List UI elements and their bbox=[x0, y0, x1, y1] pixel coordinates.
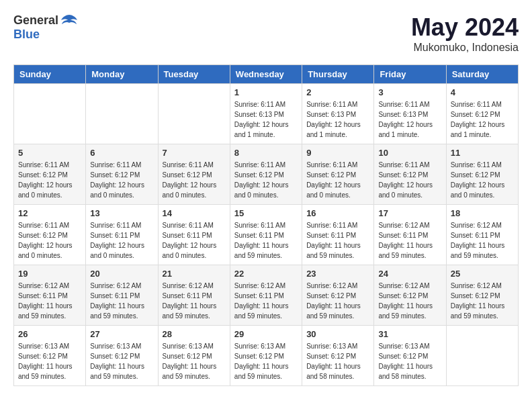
header-saturday: Saturday bbox=[446, 65, 518, 84]
week-row-2: 5Sunrise: 6:11 AM Sunset: 6:12 PM Daylig… bbox=[14, 144, 519, 205]
calendar-cell bbox=[86, 84, 158, 144]
week-row-3: 12Sunrise: 6:11 AM Sunset: 6:12 PM Dayli… bbox=[14, 205, 519, 265]
day-info: Sunrise: 6:11 AM Sunset: 6:11 PM Dayligh… bbox=[90, 220, 153, 261]
calendar-cell: 17Sunrise: 6:12 AM Sunset: 6:11 PM Dayli… bbox=[374, 205, 446, 265]
day-number: 22 bbox=[234, 269, 298, 279]
calendar-cell: 8Sunrise: 6:11 AM Sunset: 6:12 PM Daylig… bbox=[230, 144, 302, 205]
day-info: Sunrise: 6:12 AM Sunset: 6:11 PM Dayligh… bbox=[163, 281, 226, 321]
day-number: 8 bbox=[234, 148, 298, 158]
calendar-cell: 14Sunrise: 6:11 AM Sunset: 6:11 PM Dayli… bbox=[158, 205, 230, 265]
calendar-cell bbox=[158, 84, 230, 144]
day-number: 25 bbox=[451, 269, 514, 279]
calendar-cell: 6Sunrise: 6:11 AM Sunset: 6:12 PM Daylig… bbox=[86, 144, 158, 205]
day-info: Sunrise: 6:13 AM Sunset: 6:12 PM Dayligh… bbox=[163, 341, 226, 381]
day-number: 30 bbox=[306, 329, 369, 339]
calendar-cell: 19Sunrise: 6:12 AM Sunset: 6:11 PM Dayli… bbox=[14, 265, 86, 326]
day-number: 14 bbox=[163, 208, 226, 218]
day-number: 4 bbox=[451, 87, 514, 97]
subtitle: Mukomuko, Indonesia bbox=[411, 42, 519, 54]
logo-text-blue: Blue bbox=[13, 28, 79, 42]
day-number: 27 bbox=[90, 329, 153, 339]
main-title: May 2024 bbox=[411, 13, 519, 42]
day-number: 17 bbox=[378, 208, 441, 218]
day-number: 11 bbox=[451, 148, 514, 158]
header-row: SundayMondayTuesdayWednesdayThursdayFrid… bbox=[14, 65, 519, 84]
header-thursday: Thursday bbox=[302, 65, 374, 84]
calendar-cell: 31Sunrise: 6:13 AM Sunset: 6:12 PM Dayli… bbox=[374, 326, 446, 386]
day-info: Sunrise: 6:11 AM Sunset: 6:12 PM Dayligh… bbox=[451, 160, 514, 200]
header: General Blue May 2024 Mukomuko, Indonesi… bbox=[13, 13, 519, 54]
day-info: Sunrise: 6:13 AM Sunset: 6:12 PM Dayligh… bbox=[378, 341, 441, 381]
day-info: Sunrise: 6:11 AM Sunset: 6:12 PM Dayligh… bbox=[90, 160, 153, 200]
calendar-cell: 23Sunrise: 6:12 AM Sunset: 6:12 PM Dayli… bbox=[302, 265, 374, 326]
day-info: Sunrise: 6:11 AM Sunset: 6:11 PM Dayligh… bbox=[234, 220, 298, 261]
day-number: 15 bbox=[234, 208, 298, 218]
day-number: 3 bbox=[378, 87, 441, 97]
calendar-cell: 29Sunrise: 6:13 AM Sunset: 6:12 PM Dayli… bbox=[230, 326, 302, 386]
day-number: 29 bbox=[234, 329, 298, 339]
day-info: Sunrise: 6:13 AM Sunset: 6:12 PM Dayligh… bbox=[90, 341, 153, 381]
calendar-cell: 22Sunrise: 6:12 AM Sunset: 6:11 PM Dayli… bbox=[230, 265, 302, 326]
calendar-cell: 30Sunrise: 6:13 AM Sunset: 6:12 PM Dayli… bbox=[302, 326, 374, 386]
week-row-5: 26Sunrise: 6:13 AM Sunset: 6:12 PM Dayli… bbox=[14, 326, 519, 386]
title-section: May 2024 Mukomuko, Indonesia bbox=[411, 13, 519, 54]
logo-text-general: General bbox=[13, 14, 58, 28]
day-info: Sunrise: 6:13 AM Sunset: 6:12 PM Dayligh… bbox=[234, 341, 298, 381]
calendar-cell: 12Sunrise: 6:11 AM Sunset: 6:12 PM Dayli… bbox=[14, 205, 86, 265]
day-info: Sunrise: 6:11 AM Sunset: 6:13 PM Dayligh… bbox=[306, 99, 369, 140]
day-info: Sunrise: 6:11 AM Sunset: 6:13 PM Dayligh… bbox=[234, 99, 298, 140]
day-number: 19 bbox=[18, 269, 81, 279]
calendar-cell: 24Sunrise: 6:12 AM Sunset: 6:12 PM Dayli… bbox=[374, 265, 446, 326]
calendar-cell: 18Sunrise: 6:12 AM Sunset: 6:11 PM Dayli… bbox=[446, 205, 518, 265]
calendar-cell: 11Sunrise: 6:11 AM Sunset: 6:12 PM Dayli… bbox=[446, 144, 518, 205]
day-number: 31 bbox=[378, 329, 441, 339]
day-info: Sunrise: 6:11 AM Sunset: 6:11 PM Dayligh… bbox=[163, 220, 226, 261]
calendar-table: SundayMondayTuesdayWednesdayThursdayFrid… bbox=[13, 64, 519, 386]
calendar-cell: 26Sunrise: 6:13 AM Sunset: 6:12 PM Dayli… bbox=[14, 326, 86, 386]
day-number: 26 bbox=[18, 329, 81, 339]
day-number: 20 bbox=[90, 269, 153, 279]
calendar-cell: 2Sunrise: 6:11 AM Sunset: 6:13 PM Daylig… bbox=[302, 84, 374, 144]
header-sunday: Sunday bbox=[14, 65, 86, 84]
calendar-cell: 9Sunrise: 6:11 AM Sunset: 6:12 PM Daylig… bbox=[302, 144, 374, 205]
day-number: 21 bbox=[163, 269, 226, 279]
day-info: Sunrise: 6:13 AM Sunset: 6:12 PM Dayligh… bbox=[18, 341, 81, 381]
day-info: Sunrise: 6:11 AM Sunset: 6:12 PM Dayligh… bbox=[163, 160, 226, 200]
calendar-cell: 3Sunrise: 6:11 AM Sunset: 6:13 PM Daylig… bbox=[374, 84, 446, 144]
day-info: Sunrise: 6:12 AM Sunset: 6:11 PM Dayligh… bbox=[234, 281, 298, 321]
day-number: 12 bbox=[18, 208, 81, 218]
day-number: 10 bbox=[378, 148, 441, 158]
calendar-cell: 15Sunrise: 6:11 AM Sunset: 6:11 PM Dayli… bbox=[230, 205, 302, 265]
day-info: Sunrise: 6:12 AM Sunset: 6:11 PM Dayligh… bbox=[451, 220, 514, 261]
day-number: 2 bbox=[306, 87, 369, 97]
day-number: 5 bbox=[18, 148, 81, 158]
header-wednesday: Wednesday bbox=[230, 65, 302, 84]
day-info: Sunrise: 6:11 AM Sunset: 6:12 PM Dayligh… bbox=[18, 220, 81, 261]
logo: General Blue bbox=[13, 13, 79, 42]
calendar-cell bbox=[14, 84, 86, 144]
day-info: Sunrise: 6:11 AM Sunset: 6:12 PM Dayligh… bbox=[306, 160, 369, 200]
day-info: Sunrise: 6:13 AM Sunset: 6:12 PM Dayligh… bbox=[306, 341, 369, 381]
day-info: Sunrise: 6:11 AM Sunset: 6:11 PM Dayligh… bbox=[306, 220, 369, 261]
day-number: 28 bbox=[163, 329, 226, 339]
day-number: 9 bbox=[306, 148, 369, 158]
day-number: 24 bbox=[378, 269, 441, 279]
day-number: 6 bbox=[90, 148, 153, 158]
day-number: 16 bbox=[306, 208, 369, 218]
day-info: Sunrise: 6:12 AM Sunset: 6:11 PM Dayligh… bbox=[378, 220, 441, 261]
logo-bird-icon bbox=[60, 13, 79, 28]
calendar-cell bbox=[446, 326, 518, 386]
calendar-cell: 16Sunrise: 6:11 AM Sunset: 6:11 PM Dayli… bbox=[302, 205, 374, 265]
calendar-cell: 21Sunrise: 6:12 AM Sunset: 6:11 PM Dayli… bbox=[158, 265, 230, 326]
day-number: 23 bbox=[306, 269, 369, 279]
calendar-cell: 5Sunrise: 6:11 AM Sunset: 6:12 PM Daylig… bbox=[14, 144, 86, 205]
calendar-cell: 20Sunrise: 6:12 AM Sunset: 6:11 PM Dayli… bbox=[86, 265, 158, 326]
calendar-cell: 4Sunrise: 6:11 AM Sunset: 6:12 PM Daylig… bbox=[446, 84, 518, 144]
header-friday: Friday bbox=[374, 65, 446, 84]
calendar-cell: 7Sunrise: 6:11 AM Sunset: 6:12 PM Daylig… bbox=[158, 144, 230, 205]
day-info: Sunrise: 6:11 AM Sunset: 6:13 PM Dayligh… bbox=[378, 99, 441, 140]
calendar-cell: 27Sunrise: 6:13 AM Sunset: 6:12 PM Dayli… bbox=[86, 326, 158, 386]
day-info: Sunrise: 6:11 AM Sunset: 6:12 PM Dayligh… bbox=[378, 160, 441, 200]
day-number: 7 bbox=[163, 148, 226, 158]
day-info: Sunrise: 6:12 AM Sunset: 6:12 PM Dayligh… bbox=[451, 281, 514, 321]
